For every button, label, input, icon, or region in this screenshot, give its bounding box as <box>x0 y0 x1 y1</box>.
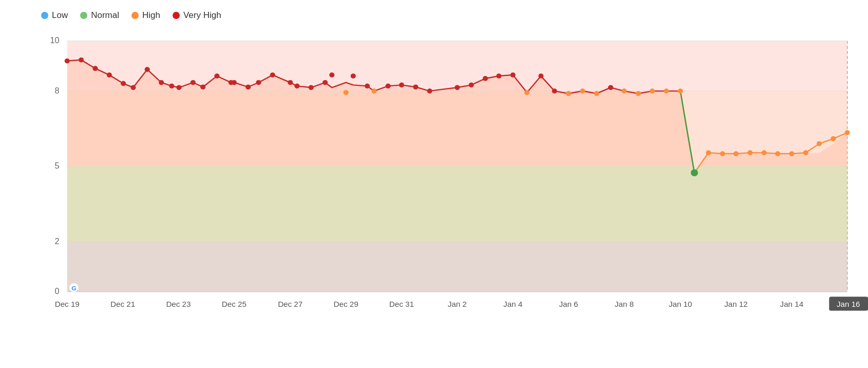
x-label-dec21: Dec 21 <box>110 300 135 308</box>
dot-dec29b <box>232 80 237 85</box>
dot-rec9 <box>817 141 822 146</box>
dot-dec31 <box>256 80 261 85</box>
dot-jan6 <box>343 90 348 95</box>
dot-jan8 <box>386 83 391 88</box>
x-label-dec31: Dec 31 <box>389 300 414 308</box>
dot-dec20 <box>92 66 98 71</box>
dot-jan10b <box>469 83 474 88</box>
dot-jan4 <box>323 80 328 85</box>
y-label-0: 0 <box>55 287 60 296</box>
x-label-jan8: Jan 8 <box>615 300 634 308</box>
x-label-dec19: Dec 19 <box>55 300 80 308</box>
dot-dec22 <box>121 81 126 86</box>
x-label-dec25: Dec 25 <box>222 300 247 308</box>
legend-label-high: High <box>142 10 160 21</box>
dot-jan17 <box>650 88 655 94</box>
dot-dec26 <box>176 85 181 90</box>
legend-item-normal: Normal <box>80 10 119 21</box>
legend-label-low: Low <box>52 10 68 21</box>
dot-jan13b <box>538 73 543 79</box>
dot-jan14b <box>566 91 571 96</box>
dot-dec28 <box>214 73 219 79</box>
dot-rec10 <box>831 136 836 141</box>
legend-item-very-high: Very High <box>173 10 221 21</box>
dot-dec27b <box>200 84 205 89</box>
dot-rec3 <box>733 151 739 156</box>
chart-container: Low Normal High Very High <box>0 0 868 368</box>
dot-jan7b <box>371 88 376 94</box>
dot-dec24 <box>145 67 150 72</box>
legend-dot-normal <box>80 12 87 19</box>
dot-jan16 <box>608 85 613 90</box>
dot-rec7 <box>789 151 794 156</box>
x-label-jan6: Jan 6 <box>559 300 578 308</box>
dot-jan5 <box>329 72 334 78</box>
x-label-dec29: Dec 29 <box>333 300 358 308</box>
dot-jan18 <box>678 88 683 94</box>
y-label-8: 8 <box>55 86 60 95</box>
dot-jan8b <box>399 83 404 88</box>
dot-jan12 <box>511 72 516 78</box>
dot-drop-green <box>691 169 698 176</box>
dot-rec8 <box>803 150 808 155</box>
dot-jan14 <box>552 88 557 94</box>
x-label-jan4: Jan 4 <box>503 300 522 308</box>
dot-dec23 <box>130 85 136 90</box>
dot-dec19 <box>65 59 70 64</box>
dot-jan15 <box>580 88 585 94</box>
dot-jan10 <box>455 85 460 90</box>
legend-label-very-high: Very High <box>183 10 221 21</box>
legend-dot-low <box>41 12 48 19</box>
dot-rec2 <box>720 151 725 156</box>
google-g-text: G <box>71 285 76 292</box>
y-label-10: 10 <box>50 36 60 45</box>
x-label-jan16: Jan 16 <box>837 300 860 308</box>
dot-jan16b <box>621 88 627 94</box>
dot-dec21 <box>107 72 112 78</box>
x-label-jan14: Jan 14 <box>780 300 804 308</box>
x-label-jan10: Jan 10 <box>669 300 692 308</box>
dot-jan17b <box>664 88 669 94</box>
dot-jan11b <box>496 73 501 79</box>
dot-jan6b <box>351 73 356 79</box>
dot-dec19b <box>79 58 84 63</box>
dot-jan11 <box>483 76 488 81</box>
dot-dec25 <box>159 80 164 85</box>
dot-jan13 <box>524 90 530 95</box>
dot-rec5 <box>762 150 767 155</box>
dot-dec30 <box>246 84 251 89</box>
dot-jan1 <box>270 72 275 78</box>
legend-dot-very-high <box>173 12 180 19</box>
dot-jan7 <box>365 83 370 88</box>
dot-jan16c <box>636 91 641 96</box>
dot-rec6 <box>775 151 780 156</box>
dot-rec4 <box>747 150 752 155</box>
legend-item-high: High <box>131 10 160 21</box>
x-label-dec27: Dec 27 <box>278 300 303 308</box>
dot-dec25b <box>169 83 174 88</box>
x-label-dec23: Dec 23 <box>166 300 191 308</box>
main-svg: 10 8 5 2 0 <box>36 31 858 322</box>
legend-item-low: Low <box>41 10 68 21</box>
dot-jan15b <box>594 91 599 96</box>
zone-very-high <box>67 41 847 91</box>
x-label-jan12: Jan 12 <box>724 300 748 308</box>
legend-dot-high <box>131 12 139 19</box>
legend-label-normal: Normal <box>91 10 119 21</box>
dot-dec27 <box>191 80 196 85</box>
x-label-jan2: Jan 2 <box>448 300 467 308</box>
dot-jan3 <box>309 85 314 90</box>
y-label-2: 2 <box>55 237 60 246</box>
dot-rec1 <box>706 150 711 155</box>
chart-area: 10 8 5 2 0 <box>36 31 858 322</box>
y-label-5: 5 <box>55 162 60 171</box>
dot-jan9b <box>427 88 432 94</box>
dot-jan2b <box>294 83 299 88</box>
chart-legend: Low Normal High Very High <box>36 10 858 21</box>
dot-jan2 <box>288 80 293 85</box>
dot-rec11 <box>845 130 850 135</box>
dot-jan9 <box>413 84 418 89</box>
